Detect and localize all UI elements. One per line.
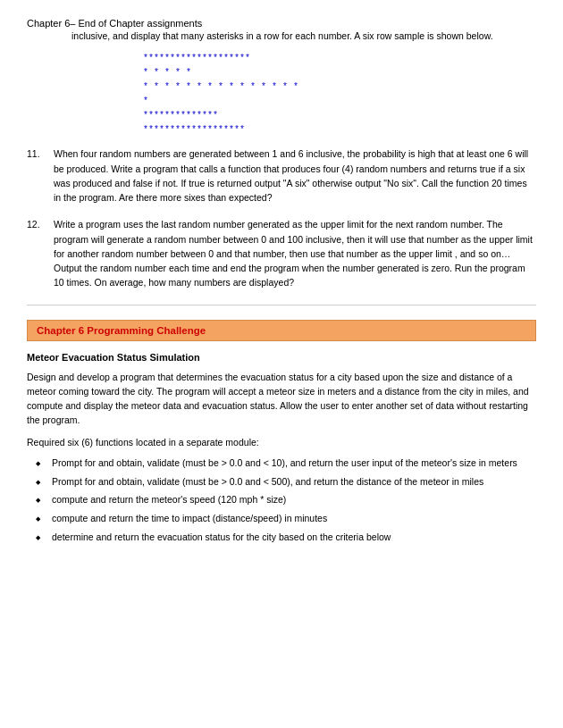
bullet-item-4: compute and return the time to impact (d…	[36, 512, 536, 526]
code-sample: ******************** * * * * * * * * * *…	[143, 52, 536, 138]
section-divider	[27, 305, 536, 305]
code-line-4: *	[143, 95, 536, 109]
code-line-6: *******************	[143, 123, 536, 138]
challenge-header: Chapter 6 Programming Challenge	[27, 320, 536, 341]
programming-challenge: Chapter 6 Programming Challenge Meteor E…	[27, 320, 536, 545]
code-line-5: **************	[143, 109, 536, 123]
page-header: Chapter 6– End of Chapter assignments	[27, 18, 536, 29]
question-11: 11. When four random numbers are generat…	[27, 146, 536, 205]
bullet-item-2: Prompt for and obtain, validate (must be…	[36, 475, 536, 490]
question-12-text: Write a program uses the last random num…	[54, 217, 536, 289]
question-12: 12. Write a program uses the last random…	[27, 217, 536, 289]
code-line-2: * * * * *	[143, 66, 536, 80]
bullet-item-5: determine and return the evacuation stat…	[36, 531, 536, 545]
challenge-description: Design and develop a program that determ…	[27, 370, 536, 428]
bullet-item-1: Prompt for and obtain, validate (must be…	[36, 456, 536, 471]
bullet-item-3: compute and return the meteor's speed (1…	[36, 493, 536, 507]
code-line-1: ********************	[143, 52, 536, 66]
question-11-text: When four random numbers are generated b…	[54, 146, 536, 205]
bullet-list: Prompt for and obtain, validate (must be…	[27, 456, 536, 545]
question-12-number: 12.	[27, 217, 54, 289]
challenge-title: Meteor Evacuation Status Simulation	[27, 352, 536, 363]
question-11-number: 11.	[27, 146, 54, 205]
required-label: Required six (6) functions located in a …	[27, 435, 536, 449]
intro-content: inclusive, and display that many asteris…	[27, 29, 536, 290]
code-line-3: * * * * * * * * * * * * * * *	[143, 80, 536, 95]
intro-text: inclusive, and display that many asteris…	[71, 29, 536, 43]
